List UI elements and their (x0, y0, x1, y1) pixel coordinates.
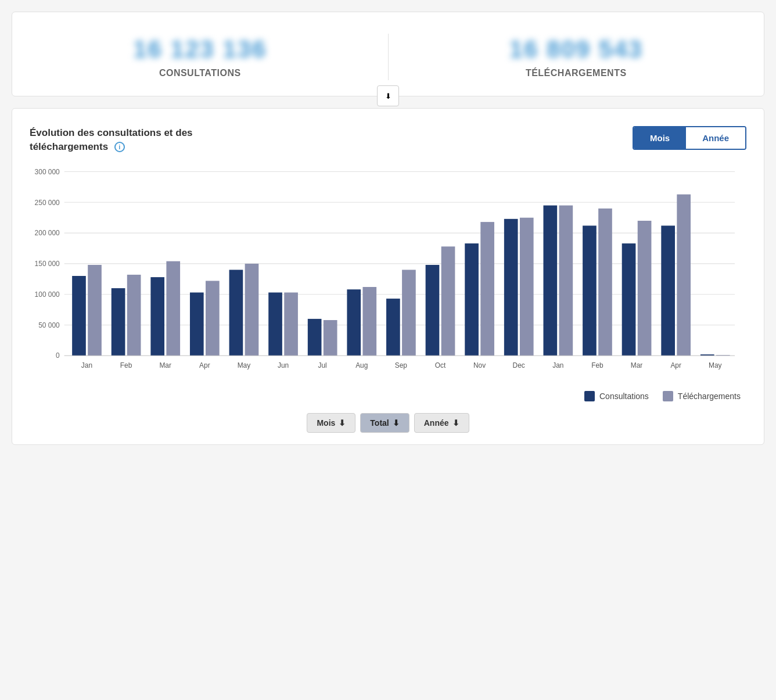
telechargements-value: 16 809 543 (400, 35, 753, 63)
svg-text:150 000: 150 000 (35, 259, 60, 267)
svg-rect-14 (72, 276, 86, 356)
svg-rect-39 (402, 270, 416, 356)
legend-telechargements: Téléchargements (663, 391, 741, 401)
chart-header: Évolution des consultations et des téléc… (30, 126, 746, 154)
svg-rect-47 (504, 218, 518, 355)
download-annee-button[interactable]: Année ⬇ (414, 413, 469, 433)
svg-text:Oct: Oct (435, 361, 446, 369)
svg-text:200 000: 200 000 (35, 229, 60, 237)
svg-text:May: May (238, 361, 251, 369)
svg-text:Mar: Mar (159, 361, 171, 369)
svg-text:Jun: Jun (278, 361, 289, 369)
svg-rect-27 (245, 263, 259, 355)
stats-card: 16 123 136 Consultations 16 809 543 Télé… (12, 12, 764, 96)
download-total-button[interactable]: Total ⬇ (360, 413, 409, 433)
svg-text:50 000: 50 000 (38, 321, 60, 329)
svg-text:Jul: Jul (318, 361, 327, 369)
consultations-label: Consultations (24, 68, 376, 78)
svg-text:May: May (709, 361, 722, 369)
svg-text:Jan: Jan (81, 361, 92, 369)
svg-text:Nov: Nov (473, 361, 486, 369)
consultations-stat: 16 123 136 Consultations (12, 30, 388, 84)
download-mois-button[interactable]: Mois ⬇ (307, 413, 355, 433)
toggle-group: Mois Année (633, 126, 746, 150)
svg-rect-38 (386, 299, 400, 356)
svg-rect-51 (559, 205, 573, 356)
legend-consultations: Consultations (584, 391, 649, 401)
dl-mois-label: Mois (317, 418, 335, 428)
svg-text:100 000: 100 000 (35, 290, 60, 298)
svg-text:250 000: 250 000 (35, 198, 60, 206)
svg-rect-44 (465, 243, 479, 356)
svg-text:Feb: Feb (591, 361, 603, 369)
toggle-annee-button[interactable]: Année (686, 127, 745, 149)
svg-rect-60 (677, 194, 691, 356)
svg-rect-54 (598, 208, 612, 355)
svg-rect-20 (150, 277, 164, 356)
svg-rect-33 (324, 320, 337, 356)
svg-rect-50 (543, 205, 557, 356)
svg-text:0: 0 (56, 351, 60, 360)
svg-text:Feb: Feb (120, 361, 132, 369)
stats-row: 16 123 136 Consultations 16 809 543 Télé… (12, 12, 764, 96)
svg-rect-57 (638, 221, 652, 356)
svg-rect-18 (127, 274, 141, 355)
consultations-legend-label: Consultations (599, 392, 649, 401)
svg-text:Mar: Mar (631, 361, 643, 369)
dl-annee-label: Année (424, 418, 449, 428)
svg-rect-42 (441, 246, 455, 356)
svg-rect-36 (362, 287, 376, 356)
svg-text:300 000: 300 000 (35, 167, 60, 175)
svg-rect-32 (308, 318, 322, 355)
svg-text:Aug: Aug (355, 361, 368, 369)
svg-rect-59 (661, 225, 675, 356)
telechargements-label: Téléchargements (400, 68, 753, 78)
chart-title: Évolution des consultations et des téléc… (30, 126, 250, 154)
download-row: Mois ⬇ Total ⬇ Année ⬇ (30, 413, 746, 433)
dl-total-label: Total (370, 418, 389, 428)
svg-text:Apr: Apr (199, 361, 210, 369)
telechargements-swatch (663, 391, 673, 401)
svg-rect-48 (520, 217, 534, 356)
chart-legend: Consultations Téléchargements (30, 391, 746, 401)
svg-rect-26 (229, 270, 243, 356)
consultations-value: 16 123 136 (24, 35, 376, 63)
download-icon: ⬇ (385, 92, 391, 100)
telechargements-legend-label: Téléchargements (678, 392, 741, 401)
svg-text:Jan: Jan (552, 361, 563, 369)
svg-rect-45 (480, 222, 494, 356)
dl-annee-icon: ⬇ (452, 418, 459, 428)
svg-rect-21 (166, 261, 180, 356)
dl-mois-icon: ⬇ (339, 418, 346, 428)
svg-rect-35 (347, 289, 361, 356)
svg-rect-17 (112, 288, 125, 356)
svg-rect-15 (88, 265, 102, 356)
svg-rect-24 (206, 281, 220, 356)
svg-rect-30 (284, 292, 298, 356)
telechargements-stat: 16 809 543 Téléchargements (389, 30, 764, 84)
info-icon[interactable]: i (114, 142, 125, 152)
consultations-swatch (584, 391, 595, 401)
svg-rect-53 (583, 225, 597, 356)
chart-area: 300 000 250 000 200 000 150 000 100 000 … (30, 166, 746, 386)
svg-text:Sep: Sep (395, 361, 407, 369)
dl-total-icon: ⬇ (393, 418, 400, 428)
svg-rect-29 (268, 292, 282, 356)
chart-card: Évolution des consultations et des téléc… (12, 108, 764, 445)
stats-download-button[interactable]: ⬇ (377, 85, 399, 106)
svg-text:Dec: Dec (513, 361, 525, 369)
svg-rect-23 (190, 292, 204, 356)
chart-svg: 300 000 250 000 200 000 150 000 100 000 … (30, 166, 746, 386)
svg-rect-56 (622, 243, 636, 356)
svg-text:Apr: Apr (670, 361, 681, 369)
toggle-mois-button[interactable]: Mois (634, 127, 686, 149)
svg-rect-41 (426, 265, 440, 356)
